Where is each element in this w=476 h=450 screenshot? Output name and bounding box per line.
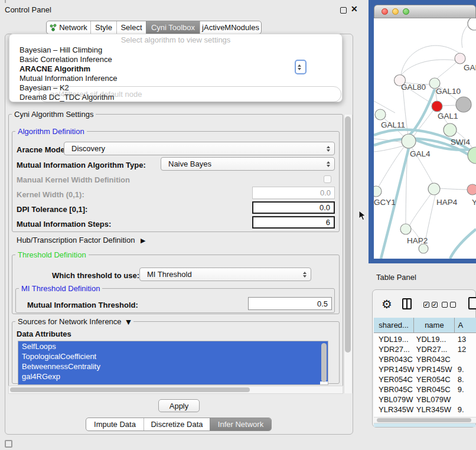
column-header-shared-name[interactable]: shared...	[374, 318, 413, 332]
mi-algorithm-type-combo[interactable]: Naive Bayes	[161, 157, 335, 171]
close-panel-icon[interactable]: ✕	[351, 4, 358, 14]
network-edge[interactable]	[374, 146, 403, 152]
network-icon	[50, 24, 57, 31]
mi-algorithm-type-label: Mutual Information Algorithm Type:	[17, 161, 146, 169]
float-panel-icon[interactable]	[340, 7, 347, 14]
network-edge[interactable]	[442, 105, 457, 106]
table-cell: YDL19...	[414, 334, 455, 344]
table-row[interactable]: YBR043CYBR043C	[374, 354, 476, 364]
algorithm-option[interactable]: Mutual Information Inference	[9, 74, 342, 83]
table-row[interactable]: YER054CYER054C8.	[374, 374, 476, 384]
network-canvas[interactable]: GALGAL80GAL10GAL1GAL11SWI4GAL4GCY1HAP4YH…	[374, 18, 476, 259]
table-cell: YER054C	[414, 374, 455, 384]
combo-arrows-icon	[298, 64, 301, 70]
column-header-name[interactable]: name	[413, 318, 454, 332]
network-node[interactable]	[432, 101, 442, 112]
focused-combo-spinner-fragment	[295, 60, 307, 74]
table-cell: 9.	[455, 384, 476, 394]
hub-definition-toggle[interactable]: Hub/Transcription Factor Definition ▶	[17, 236, 145, 244]
export-table-icon[interactable]	[468, 297, 476, 309]
network-node[interactable]	[456, 97, 471, 112]
mi-threshold-field[interactable]: 0.5	[248, 297, 332, 310]
data-attributes-list[interactable]: SelfLoopsTopologicalCoefficientBetweenne…	[18, 341, 328, 385]
network-node[interactable]	[374, 186, 382, 197]
data-attribute-item[interactable]: TopologicalCoefficient	[18, 351, 328, 361]
deselect-all-checkboxes-icon[interactable]	[442, 302, 456, 308]
network-node-label: SWI4	[451, 138, 470, 146]
kernel-width-label: Kernel Width (0,1):	[17, 190, 84, 199]
threshold-definition-title: Threshold Definition	[15, 250, 89, 259]
bottom-tabs: Impute Data Discretize Data Infer Networ…	[86, 418, 272, 431]
tab-discretize-data[interactable]: Discretize Data	[144, 418, 210, 431]
tab-select[interactable]: Select	[116, 21, 146, 34]
settings-vscrollbar-thumb[interactable]	[345, 116, 351, 353]
table-row[interactable]: YBL079WYBL079W	[374, 394, 476, 405]
network-window-titlebar[interactable]	[374, 5, 476, 18]
network-node[interactable]	[468, 18, 476, 30]
network-edge[interactable]	[410, 194, 431, 225]
network-edge[interactable]	[440, 188, 467, 190]
tab-network[interactable]: Network	[47, 21, 90, 34]
data-attribute-item[interactable]: SelfLoops	[18, 341, 328, 351]
minimize-window-icon[interactable]	[392, 8, 399, 15]
expanded-arrow-icon[interactable]: ▼	[126, 318, 131, 326]
aracne-mode-combo[interactable]: Discovery	[64, 142, 335, 155]
columns-icon[interactable]	[402, 298, 412, 309]
tab-cyni-toolbox[interactable]: Cyni Toolbox	[146, 21, 200, 34]
table-body[interactable]: YDL19...YDL19...13YDR27...YDR27...12YBR0…	[374, 333, 476, 417]
attr-list-scrollbar[interactable]	[321, 343, 327, 382]
tab-infer-network[interactable]: Infer Network	[210, 418, 271, 431]
table-row[interactable]: YDR27...YDR27...12	[374, 344, 476, 354]
table-cell: 13	[455, 334, 476, 344]
zoom-window-icon[interactable]	[403, 8, 409, 15]
table-row[interactable]: YDL19...YDL19...13	[374, 334, 476, 344]
network-edge[interactable]	[436, 63, 456, 79]
data-attribute-item[interactable]: BetweennessCentrality	[18, 361, 328, 371]
network-node[interactable]	[402, 134, 416, 148]
table-cell: YLR345W	[414, 405, 455, 415]
kernel-width-value: 0.0	[320, 188, 331, 197]
network-edge[interactable]	[401, 60, 455, 75]
kernel-width-field[interactable]: 0.0	[252, 187, 335, 199]
minimized-panel-icon[interactable]	[5, 440, 12, 448]
table-header: shared... name A	[374, 318, 476, 333]
network-node[interactable]	[400, 224, 411, 234]
network-edge[interactable]	[450, 229, 476, 259]
algorithm-option[interactable]: ARACNE Algorithm	[9, 64, 342, 74]
select-all-checkboxes-icon[interactable]: ✓✓	[423, 302, 438, 308]
network-node[interactable]	[467, 184, 476, 195]
collapsed-arrow-icon[interactable]: ▶	[141, 237, 145, 244]
dpi-tolerance-field[interactable]: 0.0	[252, 201, 335, 214]
table-row[interactable]: YPR145WYPR145W9.	[374, 364, 476, 374]
network-node[interactable]	[375, 109, 386, 120]
table-cell: 9.	[455, 364, 476, 374]
settings-hscrollbar-thumb[interactable]	[10, 387, 250, 392]
table-row[interactable]: YBR045CYBR045C9.	[374, 384, 476, 394]
sources-title-label: Sources for Network Inference	[18, 317, 122, 326]
tab-style[interactable]: Style	[90, 21, 116, 34]
algorithm-option[interactable]: Basic Correlation Inference	[9, 55, 342, 64]
network-node[interactable]	[444, 123, 457, 136]
network-edge[interactable]	[409, 89, 435, 135]
tab-jactivemnodules[interactable]: jActiveMNodules	[200, 21, 261, 34]
combo-arrows-icon	[327, 146, 330, 152]
table-cell: YDR27...	[374, 344, 414, 354]
which-threshold-combo[interactable]: MI Threshold	[139, 268, 311, 281]
table-row[interactable]: YLR345WYLR345W9.	[374, 405, 476, 415]
sources-title[interactable]: Sources for Network Inference ▼	[15, 317, 133, 326]
network-node[interactable]	[419, 244, 428, 253]
apply-button[interactable]: Apply	[158, 399, 200, 412]
mi-steps-field[interactable]: 6	[252, 216, 335, 229]
table-settings-gear-icon[interactable]: ⚙	[382, 297, 392, 311]
close-window-icon[interactable]	[382, 8, 388, 15]
data-attribute-item[interactable]: gal4RGexp	[18, 371, 328, 381]
column-header-clipped[interactable]: A	[454, 318, 476, 332]
network-node[interactable]	[428, 183, 440, 195]
manual-kernel-width-checkbox[interactable]	[324, 175, 331, 183]
algorithm-option[interactable]: Bayesian – Hill Climbing	[9, 45, 342, 55]
obscured-network-combo: gal4filtered.sif default node	[39, 86, 341, 102]
network-node[interactable]	[455, 53, 465, 64]
tab-impute-data[interactable]: Impute Data	[86, 418, 144, 431]
network-edge[interactable]	[401, 45, 460, 75]
table-hscrollbar-thumb[interactable]	[377, 418, 471, 422]
